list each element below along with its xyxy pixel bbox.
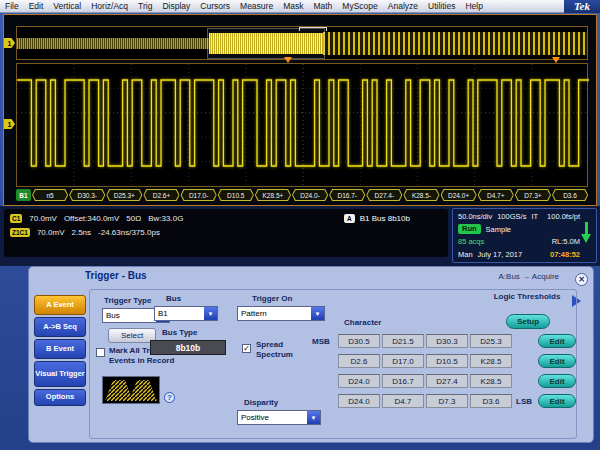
menu-utilities[interactable]: Utilities	[423, 1, 460, 11]
trigger-bus-panel: Trigger - Bus A:Bus → Acquire ✕ A Event …	[28, 266, 594, 443]
trigger-a-badge: A	[344, 214, 355, 223]
select-button[interactable]: Select	[108, 328, 156, 343]
chevron-down-icon[interactable]: ▼	[307, 411, 320, 424]
logic-thresholds-label: Logic Thresholds	[490, 292, 564, 302]
edit-button-row3[interactable]: Edit	[538, 374, 576, 388]
char-cell[interactable]: D16.7	[382, 374, 424, 388]
menu-display[interactable]: Display	[157, 1, 195, 11]
panel-title: Trigger - Bus	[85, 270, 147, 281]
trigger-marks-thumbnail	[102, 376, 160, 404]
chevron-down-icon[interactable]: ▼	[204, 307, 217, 320]
menu-trig[interactable]: Trig	[133, 1, 157, 11]
trigger-on-select[interactable]: Pattern▼	[237, 306, 325, 321]
bus-type-label: Bus Type	[162, 328, 197, 337]
status-bar: C1 70.0mV Offset:340.0mV 50Ω Bw:33.0G Z1…	[0, 206, 600, 266]
zoom-region-handle[interactable]	[299, 27, 327, 31]
menu-myscope[interactable]: MyScope	[337, 1, 382, 11]
zoom-readout[interactable]: Z1C1 70.0mV 2.5ns -24.63ns/375.0ps	[10, 228, 160, 237]
menu-file[interactable]: File	[0, 1, 24, 11]
edit-button-row2[interactable]: Edit	[538, 354, 576, 368]
horizontal-scale: 50.0ns/div	[458, 212, 492, 221]
char-cell[interactable]: D24.0	[338, 374, 380, 388]
char-cell[interactable]: K28.5	[470, 354, 512, 368]
menu-mask[interactable]: Mask	[278, 1, 308, 11]
menu-cursors[interactable]: Cursors	[195, 1, 235, 11]
ch1-badge: C1	[10, 214, 22, 223]
chevron-down-icon[interactable]: ▼	[311, 307, 324, 320]
bus-symbol: D4.7+	[478, 189, 514, 201]
datetime-row: Man July 17, 2017 07:48:52	[458, 250, 580, 259]
ch1-impedance: 50Ω	[126, 214, 141, 223]
edit-button-row1[interactable]: Edit	[538, 334, 576, 348]
channel1-marker-overview[interactable]: 1	[4, 38, 15, 48]
tab-visual-trigger[interactable]: Visual Trigger	[34, 361, 86, 387]
menu-help[interactable]: Help	[460, 1, 487, 11]
char-cell[interactable]: D10.5	[426, 354, 468, 368]
acquisition-readout: 50.0ns/div 100GS/s IT 100.0fs/pt Run Sam…	[452, 208, 597, 263]
zoom-region[interactable]	[207, 28, 325, 59]
char-cell[interactable]: D2.6	[338, 354, 380, 368]
menu-edit[interactable]: Edit	[24, 1, 49, 11]
char-cell[interactable]: D27.4	[426, 374, 468, 388]
menu-analyze[interactable]: Analyze	[383, 1, 423, 11]
zoom-timebase: 2.5ns	[71, 228, 91, 237]
bus-symbol: D16.7-	[329, 189, 365, 201]
clock-text: 07:48:52	[550, 250, 580, 259]
menu-math[interactable]: Math	[308, 1, 337, 11]
overview-window[interactable]	[16, 26, 588, 60]
char-cell[interactable]: D24.0	[338, 394, 380, 408]
menu-measure[interactable]: Measure	[235, 1, 278, 11]
char-cell[interactable]: D7.3	[426, 394, 468, 408]
bus-symbol: D30.3-	[69, 189, 105, 201]
zoom-position: -24.63ns/375.0ps	[98, 228, 160, 237]
char-cell[interactable]: D17.0	[382, 354, 424, 368]
overview-waveform-bursts	[323, 32, 588, 55]
tab-a-event[interactable]: A Event	[34, 295, 86, 315]
bus-label: Bus	[166, 294, 181, 303]
horizontal-readout: 50.0ns/div 100GS/s IT 100.0fs/pt	[458, 212, 580, 221]
channel1-marker-zoom[interactable]: 1	[4, 119, 15, 129]
char-cell[interactable]: D4.7	[382, 394, 424, 408]
acq-count-row: 85 acqs RL:5.0M	[458, 237, 580, 246]
char-cell[interactable]: D30.5	[338, 334, 380, 348]
edit-button-row4[interactable]: Edit	[538, 394, 576, 408]
char-cell[interactable]: K28.5	[470, 374, 512, 388]
menu-bar: File Edit Vertical Horiz/Acq Trig Displa…	[0, 0, 600, 13]
run-status: Run Sample	[458, 224, 580, 234]
panel-context: A:Bus → Acquire	[499, 272, 559, 281]
run-badge: Run	[458, 224, 481, 234]
bus-select[interactable]: B1▼	[154, 306, 218, 321]
resolution: 100.0fs/pt	[547, 212, 580, 221]
spread-spectrum-label: Spread Spectrum	[256, 340, 302, 360]
help-icon[interactable]: ?	[164, 392, 175, 403]
char-cell[interactable]: D21.5	[382, 334, 424, 348]
spread-spectrum-checkbox[interactable]	[242, 344, 251, 353]
oscilloscope-screen: File Edit Vertical Horiz/Acq Trig Displa…	[0, 0, 600, 450]
char-cell[interactable]: D3.6	[470, 394, 512, 408]
bus-b1-badge: B1	[16, 189, 31, 201]
tab-options[interactable]: Options	[34, 389, 86, 406]
ch1-readout[interactable]: C1 70.0mV Offset:340.0mV 50Ω Bw:33.0G	[10, 214, 183, 223]
tab-a-b-seq[interactable]: A->B Seq	[34, 317, 86, 337]
menu-vertical[interactable]: Vertical	[48, 1, 86, 11]
menu-horiz-acq[interactable]: Horiz/Acq	[86, 1, 133, 11]
char-cell[interactable]: D30.3	[426, 334, 468, 348]
tek-logo: Tek	[564, 0, 600, 13]
trigger-readout[interactable]: A B1 Bus 8b10b	[344, 214, 410, 223]
bus-symbol: D10.5	[218, 189, 254, 201]
bus-type-value: 8b10b	[150, 340, 226, 355]
tab-b-event[interactable]: B Event	[34, 339, 86, 359]
bus-symbol: D25.3+	[106, 189, 142, 201]
trigger-source-text: B1 Bus 8b10b	[360, 214, 410, 223]
bus-symbol: D24.0-	[292, 189, 328, 201]
record-length: RL:5.0M	[552, 237, 580, 246]
char-cell[interactable]: D25.3	[470, 334, 512, 348]
zoom-window[interactable]	[16, 63, 588, 187]
zoom-waveform-plot	[17, 64, 589, 186]
overview-waveform-dim	[17, 38, 209, 49]
setup-button[interactable]: Setup	[506, 314, 550, 329]
disparity-select[interactable]: Positive▼	[237, 410, 321, 425]
ch1-scale: 70.0mV	[29, 214, 57, 223]
mark-all-checkbox[interactable]	[96, 348, 105, 357]
close-icon[interactable]: ✕	[575, 273, 588, 286]
